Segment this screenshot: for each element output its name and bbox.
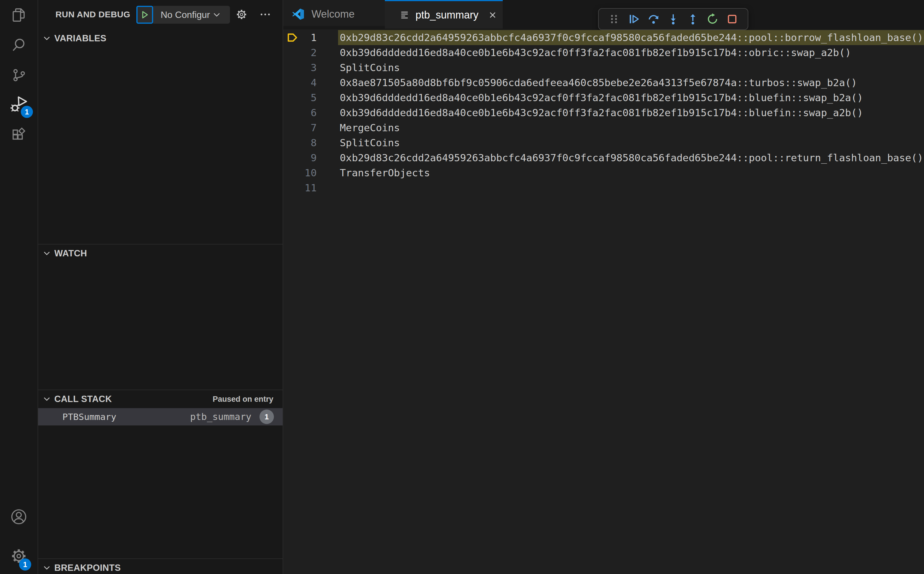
debug-config-select[interactable]: No Configur (153, 6, 230, 24)
ellipsis-icon (259, 8, 272, 21)
vscode-logo-icon (292, 7, 306, 21)
line-text: MergeCoins (340, 120, 400, 135)
line-number: 9 (283, 150, 317, 165)
tab-label: ptb_summary (416, 9, 479, 21)
line-text: 0xb39d6dddedd16ed8a40ce0b1e6b43c92acf0ff… (340, 90, 863, 105)
debug-launch-combo: No Configur (136, 6, 230, 24)
debug-toolbar[interactable] (598, 8, 748, 30)
debug-badge: 1 (21, 106, 33, 118)
pane-header-call-stack[interactable]: CALL STACK Paused on entry (38, 390, 283, 408)
code-line: 9 0xb29d83c26cdd2a64959263abbcfc4a6937f0… (283, 150, 924, 165)
line-number: 8 (283, 135, 317, 150)
debug-continue-icon (628, 13, 640, 25)
line-text: 0xb39d6dddedd16ed8a40ce0b1e6b43c92acf0ff… (340, 45, 851, 60)
line-number: 10 (283, 165, 317, 180)
line-text: 0xb39d6dddedd16ed8a40ce0b1e6b43c92acf0ff… (340, 105, 863, 120)
restart-button[interactable] (703, 9, 723, 29)
activity-item-settings[interactable]: 1 (0, 541, 38, 571)
sidebar-title: RUN AND DEBUG (55, 0, 130, 29)
code-line: 6 0xb39d6dddedd16ed8a40ce0b1e6b43c92acf0… (283, 105, 924, 120)
line-number: 7 (283, 120, 317, 135)
chevron-down-icon (213, 10, 221, 19)
stop-button[interactable] (723, 9, 742, 29)
debug-step-over-icon (647, 13, 660, 25)
line-number: 1 (283, 30, 317, 45)
close-icon[interactable] (488, 10, 497, 20)
extensions-icon (10, 126, 27, 144)
views-more-actions-button[interactable] (257, 0, 274, 29)
activity-item-source-control[interactable] (0, 60, 38, 90)
activity-bar: 1 (0, 0, 38, 574)
editor-group: Welcome ptb_summary (283, 0, 924, 574)
code-line: 7 MergeCoins (283, 120, 924, 135)
pane-label: CALL STACK (54, 394, 112, 404)
pane-header-watch[interactable]: WATCH (38, 244, 283, 262)
activity-item-search[interactable] (0, 30, 38, 60)
run-and-debug-sidebar: RUN AND DEBUG No Configur (38, 0, 283, 574)
code-line: 3 SplitCoins (283, 60, 924, 75)
search-icon (10, 36, 27, 54)
tab-welcome[interactable]: Welcome (283, 0, 385, 26)
file-list-icon (399, 10, 410, 20)
code-line: 2 0xb39d6dddedd16ed8a40ce0b1e6b43c92acf0… (283, 45, 924, 60)
activity-item-accounts[interactable] (0, 502, 38, 532)
debug-step-into-icon (667, 13, 680, 25)
drag-gripper[interactable] (604, 9, 624, 29)
line-text: TransferObjects (340, 165, 430, 180)
debug-settings-button[interactable] (233, 0, 250, 29)
activity-item-extensions[interactable] (0, 120, 38, 150)
continue-button[interactable] (624, 9, 644, 29)
stack-frame-source: ptb_summary (190, 411, 251, 422)
line-text: 0xb29d83c26cdd2a64959263abbcfc4a6937f0c9… (340, 150, 923, 165)
pane-header-variables[interactable]: VARIABLES (38, 30, 283, 47)
tab-ptb-summary[interactable]: ptb_summary (385, 0, 503, 28)
pane-label: WATCH (54, 248, 87, 259)
code-line: 4 0x8ae871505a80d8bf6bf9c05906cda6edfeea… (283, 75, 924, 90)
tab-label: Welcome (312, 8, 354, 20)
activity-item-explorer[interactable] (0, 0, 38, 30)
line-text: 0x8ae871505a80d8bf6bf9c05906cda6edfeea46… (340, 75, 857, 90)
activity-item-run-and-debug[interactable]: 1 (0, 90, 38, 120)
code-line: 10 TransferObjects (283, 165, 924, 180)
step-into-button[interactable] (663, 9, 683, 29)
chevron-down-icon (42, 394, 52, 404)
pane-label: VARIABLES (54, 33, 106, 44)
line-text: SplitCoins (340, 135, 400, 150)
chevron-down-icon (42, 563, 52, 572)
chevron-down-icon (42, 34, 52, 43)
debug-restart-icon (706, 13, 719, 25)
account-icon (9, 508, 28, 526)
call-stack-frame-row[interactable]: PTBSummary ptb_summary 1 (38, 408, 283, 426)
code-line: 11 (283, 180, 924, 196)
code-line: 8 SplitCoins (283, 135, 924, 150)
gripper-icon (609, 13, 620, 25)
stack-frame-badge: 1 (260, 410, 274, 424)
debug-config-label: No Configur (161, 9, 210, 20)
gear-icon (236, 8, 248, 20)
line-text: 0xb29d83c26cdd2a64959263abbcfc4a6937f0c9… (340, 30, 923, 45)
step-over-button[interactable] (644, 9, 663, 29)
pane-label: BREAKPOINTS (54, 563, 121, 573)
sidebar-header: RUN AND DEBUG No Configur (38, 0, 283, 29)
debug-step-out-icon (686, 13, 699, 25)
settings-badge: 1 (19, 558, 31, 571)
line-number: 11 (283, 180, 317, 196)
code-area[interactable]: 1 0xb29d83c26cdd2a64959263abbcfc4a6937f0… (283, 30, 924, 196)
call-stack-status: Paused on entry (213, 395, 273, 404)
play-icon (140, 10, 150, 19)
line-number: 3 (283, 60, 317, 75)
chevron-down-icon (42, 249, 52, 258)
line-number: 4 (283, 75, 317, 90)
pane-header-breakpoints[interactable]: BREAKPOINTS (38, 558, 283, 574)
line-number: 6 (283, 105, 317, 120)
line-number: 5 (283, 90, 317, 105)
start-debug-button[interactable] (136, 6, 153, 24)
code-line: 1 0xb29d83c26cdd2a64959263abbcfc4a6937f0… (283, 30, 924, 45)
step-out-button[interactable] (683, 9, 703, 29)
stack-frame-name: PTBSummary (62, 412, 116, 422)
line-number: 2 (283, 45, 317, 60)
files-icon (10, 6, 27, 24)
debug-stop-icon (726, 13, 738, 25)
line-text: SplitCoins (340, 60, 400, 75)
source-control-icon (10, 66, 27, 84)
